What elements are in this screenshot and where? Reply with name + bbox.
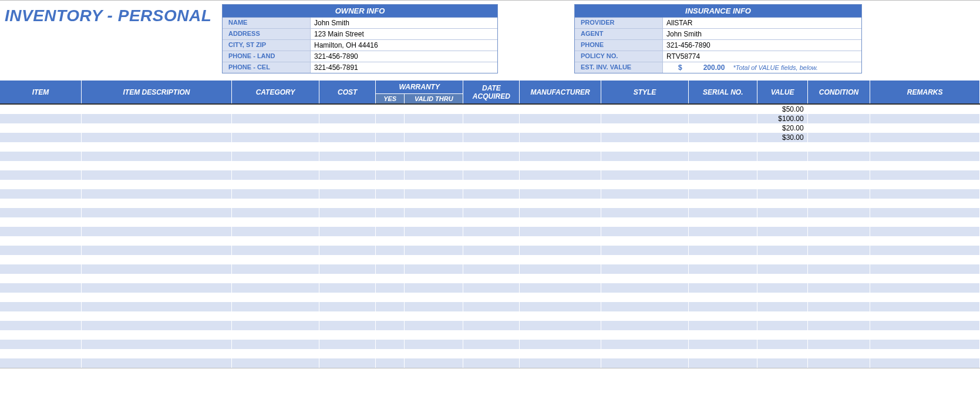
cell-cost[interactable] bbox=[319, 114, 376, 123]
cell-serial[interactable] bbox=[689, 274, 757, 283]
cell-style[interactable] bbox=[601, 217, 688, 227]
cell-wthru[interactable] bbox=[405, 274, 463, 283]
cell-cat[interactable] bbox=[231, 161, 319, 170]
table-row[interactable] bbox=[0, 349, 980, 358]
col-desc[interactable]: ITEM DESCRIPTION bbox=[82, 81, 232, 104]
cell-date[interactable] bbox=[463, 123, 520, 133]
cell-remarks[interactable] bbox=[870, 264, 980, 274]
cell-desc[interactable] bbox=[82, 189, 232, 199]
cell-remarks[interactable] bbox=[870, 246, 980, 255]
cell-cat[interactable] bbox=[231, 255, 319, 264]
cell-style[interactable] bbox=[601, 293, 688, 302]
table-row[interactable] bbox=[0, 236, 980, 246]
cell-style[interactable] bbox=[601, 358, 688, 368]
cell-value[interactable] bbox=[757, 217, 807, 227]
cell-item[interactable] bbox=[0, 311, 82, 321]
cell-wyes[interactable] bbox=[376, 293, 405, 302]
cell-desc[interactable] bbox=[82, 311, 232, 321]
cell-mfr[interactable] bbox=[520, 264, 601, 274]
cell-cost[interactable] bbox=[319, 246, 376, 255]
cell-date[interactable] bbox=[463, 142, 520, 152]
cell-wthru[interactable] bbox=[405, 311, 463, 321]
cell-wyes[interactable] bbox=[376, 114, 405, 123]
cell-value[interactable] bbox=[757, 349, 807, 358]
cell-style[interactable] bbox=[601, 283, 688, 293]
table-row[interactable] bbox=[0, 199, 980, 208]
cell-date[interactable] bbox=[463, 349, 520, 358]
cell-wyes[interactable] bbox=[376, 264, 405, 274]
cell-item[interactable] bbox=[0, 104, 82, 114]
cell-mfr[interactable] bbox=[520, 330, 601, 340]
cell-item[interactable] bbox=[0, 217, 82, 227]
cell-cost[interactable] bbox=[319, 189, 376, 199]
cell-serial[interactable] bbox=[689, 227, 757, 236]
cell-desc[interactable] bbox=[82, 302, 232, 311]
cell-serial[interactable] bbox=[689, 283, 757, 293]
cell-cost[interactable] bbox=[319, 302, 376, 311]
cell-serial[interactable] bbox=[689, 255, 757, 264]
cell-cost[interactable] bbox=[319, 152, 376, 161]
cell-cat[interactable] bbox=[231, 217, 319, 227]
cell-cat[interactable] bbox=[231, 199, 319, 208]
cell-desc[interactable] bbox=[82, 208, 232, 217]
cell-style[interactable] bbox=[601, 189, 688, 199]
cell-remarks[interactable] bbox=[870, 114, 980, 123]
table-row[interactable] bbox=[0, 321, 980, 330]
cell-date[interactable] bbox=[463, 264, 520, 274]
cell-value[interactable]: $50.00 bbox=[757, 104, 807, 114]
owner-info-value[interactable]: John Smith bbox=[311, 18, 497, 28]
table-row[interactable]: $50.00 bbox=[0, 104, 980, 114]
table-row[interactable] bbox=[0, 189, 980, 199]
cell-date[interactable] bbox=[463, 340, 520, 349]
cell-value[interactable] bbox=[757, 302, 807, 311]
insurance-info-value[interactable]: RTV58774 bbox=[663, 51, 861, 62]
cell-cond[interactable] bbox=[807, 114, 870, 123]
cell-date[interactable] bbox=[463, 217, 520, 227]
cell-value[interactable] bbox=[757, 208, 807, 217]
cell-wthru[interactable] bbox=[405, 180, 463, 189]
cell-date[interactable] bbox=[463, 246, 520, 255]
cell-desc[interactable] bbox=[82, 199, 232, 208]
cell-cond[interactable] bbox=[807, 217, 870, 227]
cell-mfr[interactable] bbox=[520, 349, 601, 358]
cell-wthru[interactable] bbox=[405, 208, 463, 217]
owner-info-value[interactable]: 123 Main Street bbox=[311, 29, 497, 39]
cell-remarks[interactable] bbox=[870, 180, 980, 189]
cell-serial[interactable] bbox=[689, 161, 757, 170]
cell-cond[interactable] bbox=[807, 199, 870, 208]
cell-cost[interactable] bbox=[319, 227, 376, 236]
cell-serial[interactable] bbox=[689, 302, 757, 311]
cell-serial[interactable] bbox=[689, 104, 757, 114]
cell-wyes[interactable] bbox=[376, 236, 405, 246]
cell-cost[interactable] bbox=[319, 236, 376, 246]
cell-mfr[interactable] bbox=[520, 142, 601, 152]
cell-serial[interactable] bbox=[689, 349, 757, 358]
table-row[interactable] bbox=[0, 283, 980, 293]
cell-wyes[interactable] bbox=[376, 349, 405, 358]
cell-cost[interactable] bbox=[319, 293, 376, 302]
cell-cost[interactable] bbox=[319, 274, 376, 283]
cell-item[interactable] bbox=[0, 189, 82, 199]
cell-cat[interactable] bbox=[231, 170, 319, 180]
cell-style[interactable] bbox=[601, 114, 688, 123]
cell-mfr[interactable] bbox=[520, 246, 601, 255]
cell-wthru[interactable] bbox=[405, 321, 463, 330]
cell-cat[interactable] bbox=[231, 311, 319, 321]
table-row[interactable] bbox=[0, 330, 980, 340]
cell-mfr[interactable] bbox=[520, 236, 601, 246]
cell-remarks[interactable] bbox=[870, 170, 980, 180]
cell-mfr[interactable] bbox=[520, 255, 601, 264]
cell-value[interactable]: $30.00 bbox=[757, 133, 807, 142]
cell-style[interactable] bbox=[601, 152, 688, 161]
cell-mfr[interactable] bbox=[520, 293, 601, 302]
cell-wyes[interactable] bbox=[376, 133, 405, 142]
cell-cat[interactable] bbox=[231, 180, 319, 189]
cell-mfr[interactable] bbox=[520, 152, 601, 161]
table-row[interactable] bbox=[0, 208, 980, 217]
cell-wyes[interactable] bbox=[376, 208, 405, 217]
cell-cond[interactable] bbox=[807, 142, 870, 152]
col-date-acquired[interactable]: DATE ACQUIRED bbox=[463, 81, 520, 104]
cell-cat[interactable] bbox=[231, 274, 319, 283]
cell-desc[interactable] bbox=[82, 142, 232, 152]
cell-wthru[interactable] bbox=[405, 330, 463, 340]
